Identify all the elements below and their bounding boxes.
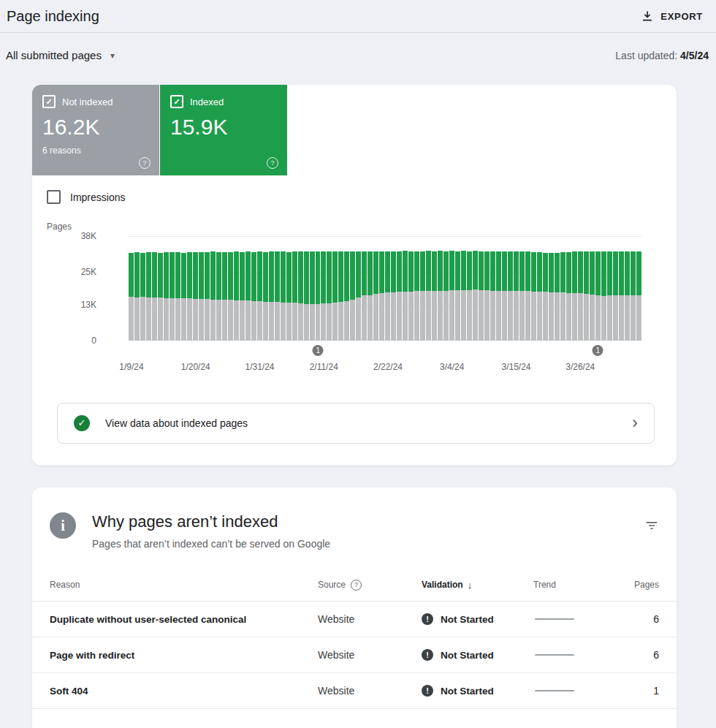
- chart-bar[interactable]: [455, 236, 460, 341]
- help-icon[interactable]: ?: [351, 580, 362, 591]
- chart-bar[interactable]: [595, 236, 601, 341]
- chart-bar[interactable]: [269, 236, 274, 341]
- chart-bar[interactable]: [170, 236, 175, 341]
- chart-bar[interactable]: [607, 236, 612, 341]
- chart-bar[interactable]: [210, 236, 216, 341]
- chart-bar[interactable]: [286, 236, 292, 341]
- chart-bar[interactable]: [140, 236, 145, 341]
- chart-bar[interactable]: [158, 236, 163, 341]
- help-icon[interactable]: ?: [139, 157, 151, 169]
- table-row[interactable]: Soft 404Website!Not Started1: [32, 673, 677, 709]
- chart-bar[interactable]: [152, 236, 157, 341]
- chart-bar[interactable]: [338, 236, 343, 341]
- chart-bar[interactable]: [316, 236, 321, 341]
- annotation-marker[interactable]: 1: [593, 345, 603, 356]
- chart-bar[interactable]: [327, 236, 332, 341]
- header-pages[interactable]: Pages: [615, 580, 659, 590]
- chart-bar[interactable]: [373, 236, 378, 341]
- filter-icon[interactable]: [639, 512, 665, 542]
- chart-bar[interactable]: [572, 236, 577, 341]
- chart-bar[interactable]: [420, 236, 425, 341]
- chart-bar[interactable]: [519, 236, 525, 341]
- chart-bar[interactable]: [631, 236, 636, 341]
- impressions-checkbox[interactable]: Impressions: [47, 190, 125, 204]
- chart-bar[interactable]: [619, 236, 624, 341]
- chart-bar[interactable]: [321, 236, 326, 341]
- chart-bar[interactable]: [636, 236, 641, 341]
- chart-bar[interactable]: [584, 236, 589, 341]
- chart-bar[interactable]: [367, 236, 373, 341]
- chart-bar[interactable]: [257, 236, 262, 341]
- chart-bar[interactable]: [397, 236, 402, 341]
- table-row[interactable]: Duplicate without user-selected canonica…: [32, 602, 677, 637]
- scope-dropdown[interactable]: All submitted pages ▾: [6, 49, 115, 61]
- chart-bar[interactable]: [304, 236, 309, 341]
- indexed-tile[interactable]: ✓ Indexed 15.9K ?: [160, 85, 287, 175]
- chart-bar[interactable]: [514, 236, 519, 341]
- chart-bar[interactable]: [461, 236, 466, 341]
- chart-bar[interactable]: [560, 236, 565, 341]
- chart-bar[interactable]: [379, 236, 384, 341]
- chart-bar[interactable]: [129, 236, 134, 341]
- chart-bar[interactable]: [193, 236, 198, 341]
- chart-bar[interactable]: [234, 236, 239, 341]
- chart-bar[interactable]: [205, 236, 210, 341]
- chart-bar[interactable]: [263, 236, 268, 341]
- chart-bar[interactable]: [555, 236, 560, 341]
- header-source[interactable]: Source ?: [318, 580, 422, 591]
- header-reason[interactable]: Reason: [50, 580, 318, 590]
- chart-bar[interactable]: [181, 236, 186, 341]
- chart-bar[interactable]: [332, 236, 338, 341]
- chart-bar[interactable]: [292, 236, 297, 341]
- chart-bar[interactable]: [134, 236, 140, 341]
- chart-bar[interactable]: [362, 236, 367, 341]
- chart-bar[interactable]: [502, 236, 507, 341]
- chart-bar[interactable]: [531, 236, 536, 341]
- chart-bar[interactable]: [449, 236, 454, 341]
- chart-bar[interactable]: [467, 236, 472, 341]
- chart-bar[interactable]: [245, 236, 251, 341]
- chart-bar[interactable]: [537, 236, 542, 341]
- chart-bar[interactable]: [484, 236, 490, 341]
- chart-bar[interactable]: [408, 236, 414, 341]
- chart-bar[interactable]: [251, 236, 256, 341]
- chart-bar[interactable]: [426, 236, 431, 341]
- chart-bar[interactable]: [566, 236, 571, 341]
- chart-bar[interactable]: [228, 236, 233, 341]
- chart-bar[interactable]: [281, 236, 286, 341]
- chart-bar[interactable]: [240, 236, 245, 341]
- chart-bar[interactable]: [310, 236, 315, 341]
- chart-bar[interactable]: [199, 236, 204, 341]
- chart-bar[interactable]: [175, 236, 180, 341]
- chart-bar[interactable]: [473, 236, 478, 341]
- chart-bar[interactable]: [443, 236, 449, 341]
- chart-bar[interactable]: [590, 236, 595, 341]
- chart-bar[interactable]: [350, 236, 355, 341]
- chart-bar[interactable]: [508, 236, 513, 341]
- chart-bar[interactable]: [403, 236, 408, 341]
- chart-bar[interactable]: [344, 236, 349, 341]
- chart-bar[interactable]: [275, 236, 280, 341]
- chart-bar[interactable]: [298, 236, 303, 341]
- chart-bar[interactable]: [187, 236, 192, 341]
- chart-bar[interactable]: [391, 236, 396, 341]
- chart-bar[interactable]: [222, 236, 227, 341]
- chart-bar[interactable]: [356, 236, 361, 341]
- chart-bar[interactable]: [414, 236, 419, 341]
- chart-bar[interactable]: [613, 236, 618, 341]
- chart-bar[interactable]: [549, 236, 554, 341]
- chart-bar[interactable]: [601, 236, 606, 341]
- chart-bar[interactable]: [525, 236, 530, 341]
- chart-bar[interactable]: [385, 236, 390, 341]
- header-trend[interactable]: Trend: [533, 580, 615, 590]
- chart-bar[interactable]: [146, 236, 151, 341]
- chart-bar[interactable]: [216, 236, 221, 341]
- annotation-marker[interactable]: 1: [313, 345, 324, 356]
- export-button[interactable]: EXPORT: [638, 5, 706, 27]
- help-icon[interactable]: ?: [267, 157, 278, 169]
- view-indexed-data-button[interactable]: ✓ View data about indexed pages ›: [57, 403, 655, 444]
- header-validation[interactable]: Validation ↓: [422, 580, 533, 591]
- chart-bar[interactable]: [496, 236, 501, 341]
- not-indexed-tile[interactable]: ✓ Not indexed 16.2K 6 reasons ?: [32, 85, 159, 175]
- table-row[interactable]: Page with redirectWebsite!Not Started6: [32, 637, 677, 673]
